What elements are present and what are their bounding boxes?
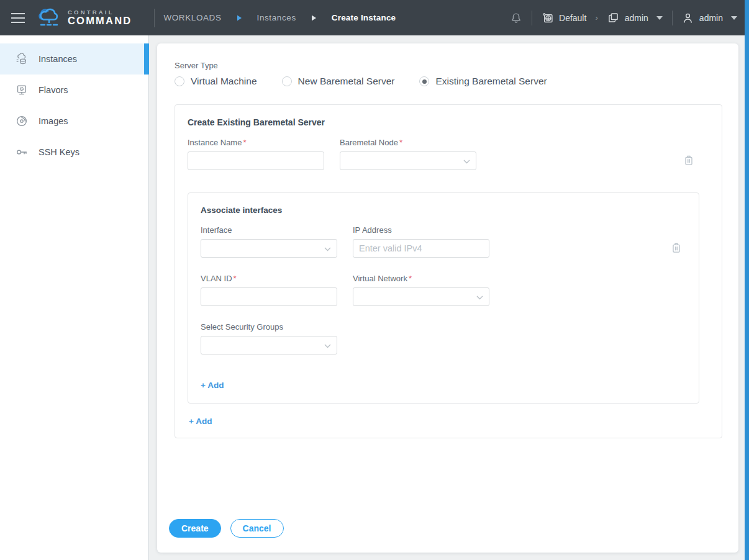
chevron-down-icon bbox=[476, 292, 483, 302]
breadcrumb-create-instance: Create Instance bbox=[332, 13, 396, 22]
interface-label: Interface bbox=[201, 225, 337, 235]
notifications-button[interactable] bbox=[509, 11, 523, 25]
required-asterisk: * bbox=[243, 138, 246, 147]
form-actions: Create Cancel bbox=[169, 519, 284, 538]
server-type-label: Server Type bbox=[175, 61, 722, 70]
breadcrumb-arrow-icon bbox=[311, 15, 317, 21]
caret-down-icon bbox=[730, 16, 738, 20]
instance-name-label: Instance Name bbox=[188, 138, 242, 147]
radio-existing-baremetal-server[interactable]: Existing Baremetal Server bbox=[419, 76, 547, 87]
domain-label: Default bbox=[559, 13, 586, 23]
user-icon bbox=[681, 11, 694, 25]
breadcrumb: WORKLOADS Instances Create Instance bbox=[163, 13, 396, 22]
chevron-down-icon bbox=[324, 243, 331, 253]
sidebar-item-instances[interactable]: Instances bbox=[0, 43, 148, 75]
sidebar-item-images[interactable]: Images bbox=[0, 106, 148, 137]
sidebar-item-label: Instances bbox=[39, 54, 77, 64]
add-interface-link[interactable]: + Add bbox=[201, 381, 224, 390]
radio-checked-icon bbox=[419, 76, 429, 86]
vlan-id-input[interactable] bbox=[201, 287, 337, 306]
card-title: Create Existing Baremetal Server bbox=[188, 117, 709, 127]
context-chevron: › bbox=[595, 13, 597, 22]
virtual-network-label: Virtual Network bbox=[353, 274, 407, 283]
user-label: admin bbox=[699, 13, 723, 23]
app-header: CONTRAIL COMMAND WORKLOADS Instances Cre… bbox=[0, 0, 749, 35]
radio-icon bbox=[175, 76, 184, 86]
form-row: VLAN ID* Virtual Network* bbox=[201, 274, 686, 306]
sidebar-item-label: Images bbox=[39, 116, 68, 126]
cloud-logo-icon bbox=[36, 7, 62, 29]
delete-interface-button[interactable] bbox=[670, 241, 683, 256]
header-divider bbox=[672, 11, 673, 25]
required-asterisk: * bbox=[399, 138, 402, 147]
breadcrumb-arrow-icon bbox=[237, 15, 242, 21]
ip-address-input[interactable] bbox=[353, 239, 489, 258]
chevron-down-icon bbox=[463, 156, 470, 166]
project-label: admin bbox=[625, 13, 648, 23]
trash-icon bbox=[670, 241, 683, 256]
form-row: Interface IP Address bbox=[201, 225, 686, 258]
flavors-icon bbox=[15, 83, 29, 97]
security-groups-field-group: Select Security Groups bbox=[201, 322, 337, 355]
breadcrumb-instances[interactable]: Instances bbox=[257, 13, 296, 22]
instance-name-field-group: Instance Name* bbox=[188, 138, 324, 170]
project-icon bbox=[607, 11, 620, 24]
vlan-id-label: VLAN ID bbox=[201, 274, 232, 283]
virtual-network-select[interactable] bbox=[353, 287, 489, 306]
sidebar-item-label: Flavors bbox=[39, 85, 68, 95]
create-instance-panel: Server Type Virtual Machine New Baremeta… bbox=[157, 43, 738, 553]
radio-new-baremetal-server[interactable]: New Baremetal Server bbox=[282, 76, 395, 87]
radio-virtual-machine[interactable]: Virtual Machine bbox=[175, 76, 257, 87]
form-row: Select Security Groups bbox=[201, 322, 686, 355]
domain-icon bbox=[541, 11, 554, 24]
instances-icon bbox=[15, 52, 29, 66]
page-scrollbar[interactable] bbox=[745, 0, 749, 560]
baremetal-node-field-group: Baremetal Node* bbox=[340, 138, 476, 170]
domain-switcher[interactable]: Default › admin bbox=[541, 11, 663, 24]
required-asterisk: * bbox=[234, 274, 237, 283]
interface-select[interactable] bbox=[201, 239, 337, 258]
sidebar-item-label: SSH Keys bbox=[39, 147, 79, 157]
security-groups-select[interactable] bbox=[201, 336, 337, 355]
baremetal-node-select[interactable] bbox=[340, 151, 476, 170]
security-groups-label: Select Security Groups bbox=[201, 322, 337, 332]
sidebar-item-flavors[interactable]: Flavors bbox=[0, 75, 148, 106]
breadcrumb-workloads[interactable]: WORKLOADS bbox=[163, 13, 221, 22]
required-asterisk: * bbox=[409, 274, 412, 283]
delete-server-button[interactable] bbox=[683, 153, 695, 169]
caret-down-icon bbox=[656, 16, 663, 20]
trash-icon bbox=[683, 153, 695, 169]
header-divider bbox=[154, 9, 155, 27]
associate-interfaces-title: Associate interfaces bbox=[201, 205, 686, 215]
virtual-network-field-group: Virtual Network* bbox=[353, 274, 489, 306]
associate-interfaces-card: Associate interfaces Interface IP Addr bbox=[188, 192, 699, 404]
sidebar-item-ssh-keys[interactable]: SSH Keys bbox=[0, 137, 148, 168]
contrail-command-logo: CONTRAIL COMMAND bbox=[36, 7, 132, 29]
vlan-id-field-group: VLAN ID* bbox=[201, 274, 337, 306]
interface-field-group: Interface bbox=[201, 225, 337, 258]
logo-line2: COMMAND bbox=[68, 16, 132, 26]
sidebar: Instances Flavors Images bbox=[0, 35, 149, 560]
user-menu[interactable]: admin bbox=[681, 11, 738, 25]
main-content: Server Type Virtual Machine New Baremeta… bbox=[149, 35, 749, 560]
form-row: Instance Name* Baremetal Node* bbox=[188, 138, 709, 170]
radio-icon bbox=[282, 76, 292, 86]
existing-baremetal-card: Create Existing Baremetal Server Instanc… bbox=[175, 104, 722, 438]
ip-address-label: IP Address bbox=[353, 225, 489, 235]
create-button[interactable]: Create bbox=[169, 519, 221, 538]
bell-icon bbox=[509, 11, 523, 25]
chevron-down-icon bbox=[324, 340, 331, 350]
header-divider bbox=[532, 11, 532, 25]
cancel-button[interactable]: Cancel bbox=[230, 519, 284, 538]
hamburger-icon bbox=[11, 13, 25, 14]
baremetal-node-label: Baremetal Node bbox=[340, 138, 398, 147]
server-type-radio-group: Virtual Machine New Baremetal Server Exi… bbox=[175, 76, 722, 87]
instance-name-input[interactable] bbox=[188, 151, 324, 170]
add-server-link[interactable]: + Add bbox=[189, 417, 212, 426]
ssh-keys-icon bbox=[15, 145, 29, 159]
ip-address-field-group: IP Address bbox=[353, 225, 489, 258]
hamburger-menu-button[interactable] bbox=[0, 13, 36, 23]
images-icon bbox=[15, 114, 29, 128]
